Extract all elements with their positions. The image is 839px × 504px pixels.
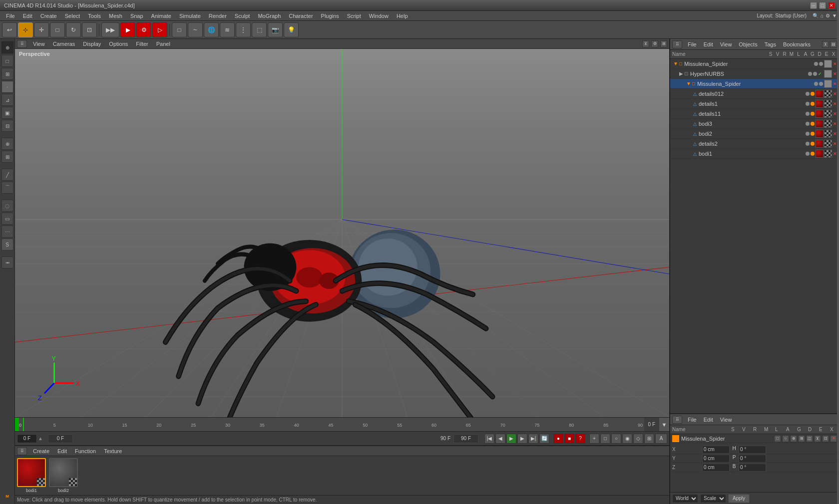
mat-menu-create[interactable]: Create <box>31 448 51 454</box>
viewport-menu-filter[interactable]: Filter <box>134 41 150 47</box>
model-mode[interactable]: □ <box>1 55 13 67</box>
edge-mode[interactable]: ⊿ <box>1 94 13 106</box>
loop-button[interactable]: 🔄 <box>539 434 549 444</box>
apply-button[interactable]: Apply <box>728 494 750 503</box>
viewport-settings[interactable]: ⚙ <box>651 40 658 47</box>
move-tool[interactable]: ✛ <box>34 22 49 37</box>
cube-tool[interactable]: □ <box>172 22 187 37</box>
render-queue[interactable]: ▷ <box>152 22 167 37</box>
record-active[interactable]: ● <box>553 434 563 444</box>
render-btn[interactable]: ▶ <box>120 22 135 37</box>
viewport-menu-options[interactable]: Options <box>107 41 130 47</box>
am-y-pos[interactable]: 0 cm <box>702 455 730 463</box>
menu-create[interactable]: Create <box>36 11 61 21</box>
am-sel-icon-7[interactable]: ⊡ <box>822 435 829 442</box>
mirror-tool[interactable]: ⥈ <box>1 256 13 268</box>
om-row-details1[interactable]: △ details1 ✕ <box>670 99 839 109</box>
menu-simulate[interactable]: Simulate <box>175 11 205 21</box>
menu-select[interactable]: Select <box>61 11 84 21</box>
deform-tool[interactable]: ≋ <box>220 22 235 37</box>
am-x-pos[interactable]: 0 cm <box>702 446 730 454</box>
am-p-val[interactable]: 0 ° <box>739 455 766 463</box>
viewport-maximize[interactable]: ⊻ <box>642 40 649 47</box>
menu-render[interactable]: Render <box>205 11 231 21</box>
maximize-button[interactable]: □ <box>819 2 826 9</box>
am-menu-file[interactable]: File <box>686 417 698 423</box>
mat-menu-texture[interactable]: Texture <box>102 448 124 454</box>
brush-tool[interactable]: ⌒ <box>1 182 13 194</box>
axis-tool[interactable]: ⊕ <box>1 138 13 150</box>
key-mode-3[interactable]: ◉ <box>622 434 632 444</box>
key-auto[interactable]: A <box>655 434 667 444</box>
rect-tool[interactable]: ▭ <box>1 213 13 225</box>
am-sel-icon-4[interactable]: ⊞ <box>798 435 805 442</box>
om-menu-objects[interactable]: Objects <box>737 41 759 47</box>
more-icon[interactable]: ▼ <box>832 13 837 18</box>
am-sel-icon-6[interactable]: ⊻ <box>814 435 821 442</box>
am-h-val[interactable]: 0 ° <box>739 446 766 454</box>
menu-mograph[interactable]: MoGraph <box>254 11 285 21</box>
camera-tool[interactable]: 📷 <box>268 22 283 37</box>
material-bodi2[interactable]: bodi2 <box>49 458 78 493</box>
path-tool[interactable]: ⋯ <box>1 226 13 238</box>
am-sel-icon-1[interactable]: □ <box>774 435 781 442</box>
current-frame-input[interactable] <box>17 434 37 443</box>
om-row-details11[interactable]: △ details11 ✕ <box>670 109 839 119</box>
menu-mesh[interactable]: Mesh <box>105 11 126 21</box>
om-row-spider-child[interactable]: ▼ □ Missulena_Spider ✕ <box>670 79 839 89</box>
om-row-bodi1[interactable]: △ bodi1 ✕ <box>670 149 839 159</box>
minimize-button[interactable]: ─ <box>810 2 817 9</box>
om-menu-bookmarks[interactable]: Bookmarks <box>782 41 812 47</box>
key-mode-4[interactable]: ◇ <box>633 434 643 444</box>
am-menu-view[interactable]: View <box>719 417 734 423</box>
om-row-details2[interactable]: △ details2 ✕ <box>670 139 839 149</box>
key-mode-1[interactable]: □ <box>600 434 610 444</box>
am-sel-icon-5[interactable]: ◫ <box>806 435 813 442</box>
key-mode-2[interactable]: ○ <box>611 434 621 444</box>
menu-sculpt[interactable]: Sculpt <box>231 11 254 21</box>
view-tool[interactable]: ⊕ <box>1 41 14 54</box>
viewport-3d[interactable]: X Y Z Perspective <box>15 49 669 417</box>
spiro-tool[interactable]: S <box>1 239 13 251</box>
menu-character[interactable]: Character <box>285 11 317 21</box>
timeline-expand[interactable]: ▼ <box>659 418 669 431</box>
start-frame-input[interactable] <box>48 434 73 443</box>
object-tool[interactable]: □ <box>50 22 65 37</box>
texture-mode[interactable]: ⊞ <box>1 68 13 80</box>
timeline-ruler[interactable]: 0 5 10 15 20 25 30 35 40 45 50 55 60 65 … <box>19 418 644 431</box>
home-icon[interactable]: ⌂ <box>821 13 824 18</box>
help-button[interactable]: ? <box>575 434 585 444</box>
am-sel-x[interactable]: ✕ <box>830 435 837 442</box>
end-frame-input[interactable] <box>453 434 478 443</box>
search-icon[interactable]: 🔍 <box>813 13 819 18</box>
go-end-button[interactable]: ▶| <box>528 434 538 444</box>
om-menu-view[interactable]: View <box>719 41 734 47</box>
knife-tool[interactable]: ╱ <box>1 169 13 181</box>
play-button[interactable]: ▶ <box>506 434 516 444</box>
select-tool[interactable]: ⊹ <box>18 22 33 37</box>
om-menu-edit[interactable]: Edit <box>702 41 715 47</box>
menu-file[interactable]: File <box>2 11 19 21</box>
close-button[interactable]: ✕ <box>828 2 835 9</box>
viewport-menu-cameras[interactable]: Cameras <box>51 41 77 47</box>
menu-tools[interactable]: Tools <box>84 11 105 21</box>
spline-tool[interactable]: ～ <box>188 22 203 37</box>
undo-button[interactable]: ↩ <box>2 22 17 37</box>
menu-edit[interactable]: Edit <box>19 11 36 21</box>
om-menu-tags[interactable]: Tags <box>763 41 778 47</box>
step-forward-button[interactable]: ▶ <box>517 434 527 444</box>
material-tool[interactable]: ⬚ <box>252 22 267 37</box>
nurbs-tool[interactable]: 🌐 <box>204 22 219 37</box>
render-settings[interactable]: ⚙ <box>136 22 151 37</box>
am-sel-icon-2[interactable]: ○ <box>782 435 789 442</box>
step-back-button[interactable]: ◀ <box>495 434 505 444</box>
am-sel-icon-3[interactable]: ⊕ <box>790 435 797 442</box>
mat-menu-edit[interactable]: Edit <box>55 448 69 454</box>
menu-script[interactable]: Script <box>343 11 365 21</box>
om-row-bodi2[interactable]: △ bodi2 ✕ <box>670 129 839 139</box>
material-bodi1[interactable]: bodi1 <box>17 458 46 493</box>
om-menu-file[interactable]: File <box>686 41 698 47</box>
timeline[interactable]: 0 5 10 15 20 25 30 35 40 45 50 55 60 65 … <box>15 417 669 431</box>
menu-plugins[interactable]: Plugins <box>317 11 343 21</box>
viewport-container[interactable]: ⠿ View Cameras Display Options Filter Pa… <box>15 39 669 417</box>
